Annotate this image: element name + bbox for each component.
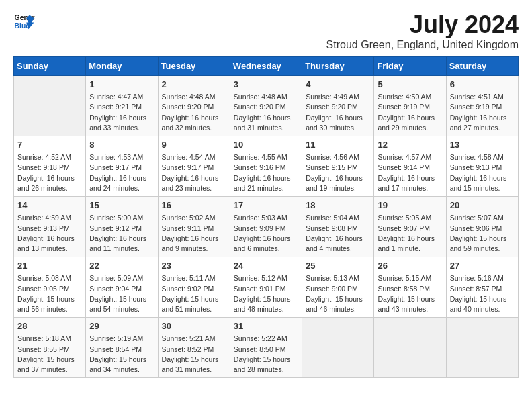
day-number: 31 (234, 320, 298, 332)
day-number: 7 (17, 139, 82, 151)
day-number: 29 (89, 320, 154, 332)
day-info: Sunrise: 5:05 AM Sunset: 9:07 PM Dayligh… (378, 213, 442, 254)
day-number: 23 (162, 260, 226, 272)
day-cell: 22Sunrise: 5:09 AM Sunset: 9:04 PM Dayli… (86, 257, 158, 318)
day-number: 12 (378, 139, 442, 151)
day-number: 17 (234, 199, 298, 212)
day-cell: 1Sunrise: 4:47 AM Sunset: 9:21 PM Daylig… (86, 76, 158, 136)
day-cell: 10Sunrise: 4:55 AM Sunset: 9:16 PM Dayli… (230, 136, 302, 197)
day-cell: 13Sunrise: 4:58 AM Sunset: 9:13 PM Dayli… (446, 136, 518, 197)
day-cell: 27Sunrise: 5:16 AM Sunset: 8:57 PM Dayli… (446, 257, 518, 318)
day-cell: 2Sunrise: 4:48 AM Sunset: 9:20 PM Daylig… (158, 76, 230, 136)
day-info: Sunrise: 5:21 AM Sunset: 8:52 PM Dayligh… (162, 334, 226, 375)
day-number: 18 (306, 199, 370, 212)
day-info: Sunrise: 4:56 AM Sunset: 9:15 PM Dayligh… (306, 152, 370, 193)
day-cell: 7Sunrise: 4:52 AM Sunset: 9:18 PM Daylig… (14, 136, 86, 197)
day-info: Sunrise: 5:22 AM Sunset: 8:50 PM Dayligh… (234, 334, 298, 375)
day-info: Sunrise: 5:00 AM Sunset: 9:12 PM Dayligh… (89, 213, 154, 254)
day-cell: 20Sunrise: 5:07 AM Sunset: 9:06 PM Dayli… (446, 197, 518, 257)
day-cell: 31Sunrise: 5:22 AM Sunset: 8:50 PM Dayli… (230, 318, 302, 378)
day-info: Sunrise: 5:02 AM Sunset: 9:11 PM Dayligh… (162, 213, 226, 254)
day-cell: 12Sunrise: 4:57 AM Sunset: 9:14 PM Dayli… (374, 136, 446, 197)
header-cell-tuesday: Tuesday (158, 57, 230, 76)
day-number: 2 (162, 79, 226, 91)
day-info: Sunrise: 4:48 AM Sunset: 9:20 PM Dayligh… (162, 92, 226, 133)
day-cell: 11Sunrise: 4:56 AM Sunset: 9:15 PM Dayli… (302, 136, 374, 197)
day-number: 28 (17, 320, 82, 332)
day-info: Sunrise: 5:12 AM Sunset: 9:01 PM Dayligh… (234, 273, 298, 314)
day-number: 9 (162, 139, 226, 151)
day-info: Sunrise: 4:55 AM Sunset: 9:16 PM Dayligh… (234, 152, 298, 193)
day-number: 20 (450, 199, 515, 212)
location-subtitle: Stroud Green, England, United Kingdom (326, 39, 519, 51)
day-number: 27 (450, 260, 515, 272)
day-info: Sunrise: 5:07 AM Sunset: 9:06 PM Dayligh… (450, 213, 515, 254)
day-info: Sunrise: 5:11 AM Sunset: 9:02 PM Dayligh… (162, 273, 226, 314)
header-cell-monday: Monday (86, 57, 158, 76)
day-info: Sunrise: 4:58 AM Sunset: 9:13 PM Dayligh… (450, 152, 515, 193)
day-cell (374, 318, 446, 378)
day-cell: 25Sunrise: 5:13 AM Sunset: 9:00 PM Dayli… (302, 257, 374, 318)
week-row-3: 14Sunrise: 4:59 AM Sunset: 9:13 PM Dayli… (14, 197, 519, 257)
day-cell: 28Sunrise: 5:18 AM Sunset: 8:55 PM Dayli… (14, 318, 86, 378)
day-cell: 14Sunrise: 4:59 AM Sunset: 9:13 PM Dayli… (14, 197, 86, 257)
day-info: Sunrise: 4:52 AM Sunset: 9:18 PM Dayligh… (17, 152, 82, 193)
week-row-4: 21Sunrise: 5:08 AM Sunset: 9:05 PM Dayli… (14, 257, 519, 318)
day-number: 4 (306, 79, 370, 91)
day-number: 6 (450, 79, 515, 91)
header-cell-thursday: Thursday (302, 57, 374, 76)
day-cell: 29Sunrise: 5:19 AM Sunset: 8:54 PM Dayli… (86, 318, 158, 378)
day-number: 11 (306, 139, 370, 151)
day-info: Sunrise: 5:08 AM Sunset: 9:05 PM Dayligh… (17, 273, 82, 314)
day-info: Sunrise: 5:18 AM Sunset: 8:55 PM Dayligh… (17, 334, 82, 375)
day-number: 14 (17, 199, 82, 212)
day-cell: 9Sunrise: 4:54 AM Sunset: 9:17 PM Daylig… (158, 136, 230, 197)
day-cell (302, 318, 374, 378)
day-number: 22 (89, 260, 154, 272)
logo: General Blue (13, 11, 35, 32)
day-number: 10 (234, 139, 298, 151)
day-info: Sunrise: 4:57 AM Sunset: 9:14 PM Dayligh… (378, 152, 442, 193)
week-row-2: 7Sunrise: 4:52 AM Sunset: 9:18 PM Daylig… (14, 136, 519, 197)
day-info: Sunrise: 4:54 AM Sunset: 9:17 PM Dayligh… (162, 152, 226, 193)
day-cell: 16Sunrise: 5:02 AM Sunset: 9:11 PM Dayli… (158, 197, 230, 257)
day-number: 16 (162, 199, 226, 212)
day-info: Sunrise: 4:51 AM Sunset: 9:19 PM Dayligh… (450, 92, 515, 133)
day-info: Sunrise: 4:53 AM Sunset: 9:17 PM Dayligh… (89, 152, 154, 193)
day-info: Sunrise: 5:15 AM Sunset: 8:58 PM Dayligh… (378, 273, 442, 314)
day-cell: 18Sunrise: 5:04 AM Sunset: 9:08 PM Dayli… (302, 197, 374, 257)
title-area: July 2024 Stroud Green, England, United … (326, 11, 519, 51)
day-info: Sunrise: 5:09 AM Sunset: 9:04 PM Dayligh… (89, 273, 154, 314)
day-info: Sunrise: 4:50 AM Sunset: 9:19 PM Dayligh… (378, 92, 442, 133)
day-number: 25 (306, 260, 370, 272)
header-cell-saturday: Saturday (446, 57, 518, 76)
week-row-1: 1Sunrise: 4:47 AM Sunset: 9:21 PM Daylig… (14, 76, 519, 136)
day-number: 30 (162, 320, 226, 332)
day-cell: 17Sunrise: 5:03 AM Sunset: 9:09 PM Dayli… (230, 197, 302, 257)
day-cell: 21Sunrise: 5:08 AM Sunset: 9:05 PM Dayli… (14, 257, 86, 318)
logo-icon: General Blue (13, 11, 35, 32)
day-cell: 5Sunrise: 4:50 AM Sunset: 9:19 PM Daylig… (374, 76, 446, 136)
day-info: Sunrise: 4:47 AM Sunset: 9:21 PM Dayligh… (89, 92, 154, 133)
day-cell: 26Sunrise: 5:15 AM Sunset: 8:58 PM Dayli… (374, 257, 446, 318)
page-header: General Blue July 2024 Stroud Green, Eng… (13, 11, 519, 51)
day-cell: 23Sunrise: 5:11 AM Sunset: 9:02 PM Dayli… (158, 257, 230, 318)
day-number: 24 (234, 260, 298, 272)
day-cell: 30Sunrise: 5:21 AM Sunset: 8:52 PM Dayli… (158, 318, 230, 378)
day-info: Sunrise: 4:48 AM Sunset: 9:20 PM Dayligh… (234, 92, 298, 133)
day-cell: 8Sunrise: 4:53 AM Sunset: 9:17 PM Daylig… (86, 136, 158, 197)
header-cell-wednesday: Wednesday (230, 57, 302, 76)
day-info: Sunrise: 5:19 AM Sunset: 8:54 PM Dayligh… (89, 334, 154, 375)
day-cell: 19Sunrise: 5:05 AM Sunset: 9:07 PM Dayli… (374, 197, 446, 257)
day-cell: 4Sunrise: 4:49 AM Sunset: 9:20 PM Daylig… (302, 76, 374, 136)
day-info: Sunrise: 4:49 AM Sunset: 9:20 PM Dayligh… (306, 92, 370, 133)
day-number: 8 (89, 139, 154, 151)
day-cell (14, 76, 86, 136)
header-row: SundayMondayTuesdayWednesdayThursdayFrid… (14, 57, 519, 76)
day-cell: 3Sunrise: 4:48 AM Sunset: 9:20 PM Daylig… (230, 76, 302, 136)
day-number: 1 (89, 79, 154, 91)
day-info: Sunrise: 5:16 AM Sunset: 8:57 PM Dayligh… (450, 273, 515, 314)
day-cell: 6Sunrise: 4:51 AM Sunset: 9:19 PM Daylig… (446, 76, 518, 136)
day-number: 3 (234, 79, 298, 91)
day-info: Sunrise: 5:03 AM Sunset: 9:09 PM Dayligh… (234, 213, 298, 254)
